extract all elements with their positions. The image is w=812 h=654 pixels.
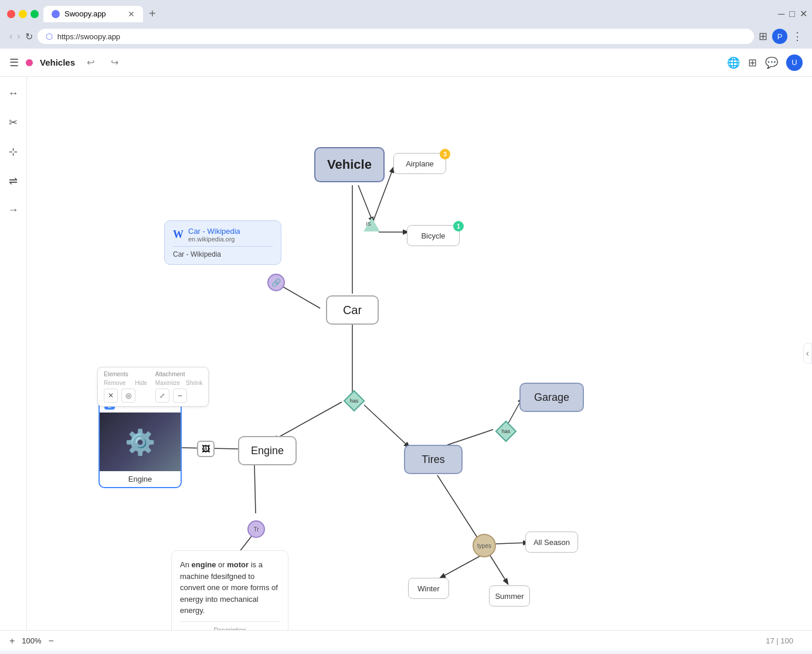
- airplane-badge: 3: [440, 149, 450, 159]
- address-secure-icon: ⬡: [46, 32, 53, 41]
- desc-motor-bold: motor: [227, 560, 249, 569]
- attachment-label: Attachment: [155, 371, 203, 377]
- wiki-w-icon: W: [173, 229, 184, 241]
- svg-line-7: [364, 405, 409, 447]
- desc-footer: Description: [180, 621, 280, 631]
- app-title: Vehicles: [40, 57, 75, 67]
- right-collapse-button[interactable]: ‹: [803, 343, 812, 364]
- browser-tab[interactable]: Swoopy.app ✕: [43, 6, 143, 22]
- hide-label: Hide: [135, 380, 147, 386]
- image-link-button[interactable]: 🖼: [197, 441, 215, 457]
- sidebar-cut-icon[interactable]: ✂: [5, 113, 21, 132]
- is-connector: IS: [363, 217, 380, 231]
- car-label: Car: [343, 304, 362, 317]
- tab-favicon: [52, 10, 60, 18]
- forward-button[interactable]: ›: [17, 31, 20, 42]
- svg-line-14: [496, 543, 528, 544]
- types-circle: types: [473, 534, 496, 557]
- engine-image: ⚙️: [100, 413, 181, 471]
- shrink-button[interactable]: −: [173, 389, 187, 403]
- garage-label: Garage: [534, 391, 569, 404]
- allseason-label: All Season: [534, 538, 570, 547]
- tab-title: Swoopy.app: [64, 9, 106, 18]
- hamburger-menu[interactable]: ☰: [9, 56, 19, 69]
- browser-menu-button[interactable]: ⋮: [792, 30, 803, 43]
- has-connector-2: has: [496, 421, 516, 441]
- winter-node[interactable]: Winter: [408, 578, 449, 599]
- svg-line-0: [358, 185, 373, 222]
- hide-button[interactable]: ◎: [121, 389, 135, 403]
- reload-button[interactable]: ↻: [25, 31, 33, 42]
- window-minimize-button[interactable]: [19, 10, 27, 18]
- engine-node[interactable]: Engine: [238, 436, 297, 465]
- extensions-button[interactable]: ⊞: [759, 30, 767, 43]
- bottom-bar: + 100% − 17 | 100: [0, 630, 812, 651]
- wiki-card[interactable]: W Car - Wikipedia en.wikipedia.org Car -…: [164, 220, 281, 265]
- address-bar[interactable]: ⬡ https://swoopy.app: [38, 29, 754, 44]
- tab-close-icon[interactable]: ✕: [128, 9, 135, 19]
- engine-image-card[interactable]: 2 ⚙️ Engine: [98, 398, 182, 488]
- tires-node[interactable]: Tires: [404, 445, 463, 474]
- zoom-level: 100%: [22, 636, 41, 645]
- airplane-node[interactable]: Airplane 3: [393, 153, 446, 174]
- types-label: types: [477, 543, 491, 549]
- sidebar-arrow-icon[interactable]: ↔: [5, 84, 22, 103]
- profile-avatar[interactable]: P: [772, 29, 787, 44]
- redo-button[interactable]: ↪: [106, 54, 123, 70]
- comment-icon[interactable]: 💬: [765, 56, 778, 69]
- grid-icon[interactable]: ⊞: [748, 56, 757, 69]
- summer-node[interactable]: Summer: [489, 585, 530, 607]
- bicycle-label: Bicycle: [421, 231, 445, 240]
- back-button[interactable]: ‹: [9, 31, 12, 42]
- remove-button[interactable]: ✕: [104, 389, 118, 403]
- window-minimize-btn[interactable]: ─: [778, 8, 784, 19]
- globe-icon[interactable]: 🌐: [727, 56, 740, 69]
- winter-label: Winter: [417, 584, 440, 593]
- bicycle-node[interactable]: Bicycle 1: [407, 225, 460, 246]
- description-card[interactable]: An engine or motor is a machine fdesifgn…: [171, 550, 288, 630]
- has-connector-1: has: [344, 391, 364, 411]
- svg-line-16: [490, 556, 508, 584]
- sidebar-connect-icon[interactable]: →: [5, 200, 22, 220]
- allseason-node[interactable]: All Season: [525, 532, 578, 553]
- link-circle[interactable]: 🔗: [267, 274, 285, 291]
- window-close-button[interactable]: [7, 10, 15, 18]
- main-container: ↔ ✂ ⊹ ⇌ →: [0, 77, 812, 630]
- engine-card-footer: Engine: [100, 471, 181, 487]
- app-bar-right-icons: 🌐 ⊞ 💬 U: [727, 54, 803, 71]
- shrink-label: Shrink: [186, 380, 202, 386]
- svg-line-6: [273, 402, 342, 440]
- desc-engine-bold: engine: [192, 560, 216, 569]
- app-bar: ☰ Vehicles ↩ ↪ 🌐 ⊞ 💬 U: [0, 49, 812, 77]
- window-restore-btn[interactable]: □: [789, 8, 795, 19]
- undo-button[interactable]: ↩: [82, 54, 99, 70]
- garage-node[interactable]: Garage: [519, 383, 584, 412]
- remove-label: Remove: [104, 380, 125, 386]
- address-text: https://swoopy.app: [57, 32, 120, 41]
- elements-section: Elements Remove Hide ✕ ◎: [104, 371, 147, 403]
- wiki-url: en.wikipedia.org: [188, 236, 240, 243]
- engine-label: Engine: [251, 445, 284, 457]
- browser-chrome: Swoopy.app ✕ + ─ □ ✕ ‹ › ↻ ⬡ https://swo…: [0, 0, 812, 49]
- maximize-button[interactable]: ⤢: [155, 389, 169, 403]
- summer-label: Summer: [495, 592, 524, 601]
- zoom-minus-button[interactable]: −: [49, 636, 54, 646]
- sidebar-node-icon[interactable]: ⊹: [5, 142, 21, 162]
- vehicle-node[interactable]: Vehicle: [314, 147, 385, 182]
- app-logo-dot: [26, 59, 33, 66]
- car-node[interactable]: Car: [326, 295, 379, 325]
- text-connector-circle: Tr: [247, 520, 265, 538]
- tires-label: Tires: [422, 454, 444, 466]
- left-sidebar: ↔ ✂ ⊹ ⇌ →: [0, 77, 27, 630]
- zoom-plus-button[interactable]: +: [9, 636, 15, 646]
- sidebar-share-icon[interactable]: ⇌: [5, 171, 21, 191]
- window-maximize-button[interactable]: [30, 10, 39, 18]
- desc-text-pre: An: [180, 560, 192, 569]
- new-tab-button[interactable]: +: [144, 5, 161, 23]
- user-avatar[interactable]: U: [786, 54, 803, 71]
- node-count: 17 | 100: [766, 636, 793, 645]
- window-close-btn[interactable]: ✕: [800, 8, 807, 19]
- svg-line-15: [440, 554, 483, 578]
- has-label-1: has: [350, 398, 359, 404]
- maximize-label: Maximize: [155, 380, 180, 386]
